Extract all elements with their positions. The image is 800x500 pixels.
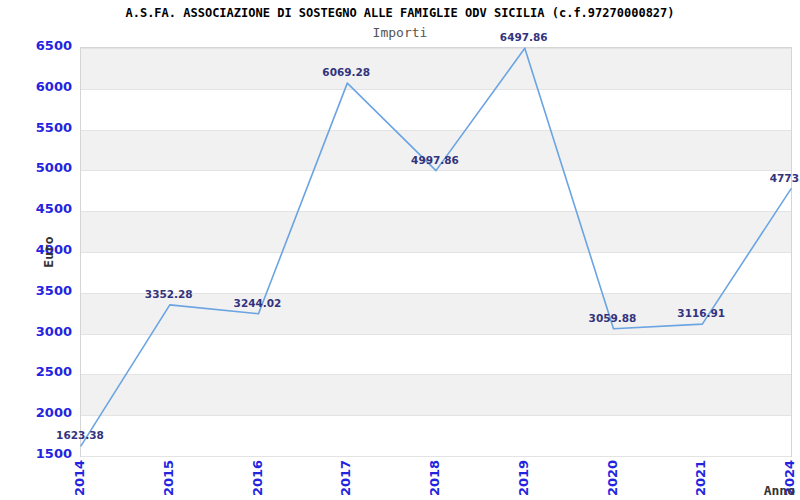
y-tick-label: 2000 [0, 405, 72, 420]
x-tick-label: 2014 [73, 458, 87, 498]
y-tick-label: 1500 [0, 446, 72, 461]
data-point-label: 6497.86 [484, 31, 564, 43]
y-tick-label: 5500 [0, 120, 72, 135]
x-axis-title: Anno [750, 483, 795, 498]
plot-area [80, 47, 792, 457]
y-tick-label: 3500 [0, 283, 72, 298]
y-tick-label: 6000 [0, 79, 72, 94]
y-tick-label: 3000 [0, 324, 72, 339]
chart-title: A.S.FA. ASSOCIAZIONE DI SOSTEGNO ALLE FA… [0, 6, 800, 20]
x-tick-label: 2016 [251, 458, 265, 498]
data-point-label: 3116.91 [661, 307, 741, 319]
data-point-label: 3352.28 [129, 288, 209, 300]
x-tick-label: 2020 [606, 458, 620, 498]
data-point-label: 1623.38 [40, 429, 120, 441]
data-point-label: 4773.1 [750, 172, 800, 184]
data-point-label: 3059.88 [573, 312, 653, 324]
gridline [81, 456, 791, 457]
y-tick-label: 2500 [0, 364, 72, 379]
data-point-label: 4997.86 [395, 154, 475, 166]
y-tick-label: 4500 [0, 201, 72, 216]
chart-subtitle: Importi [0, 25, 800, 40]
line-series-svg [81, 48, 791, 456]
x-tick-label: 2015 [162, 458, 176, 498]
x-tick-label: 2018 [428, 458, 442, 498]
y-tick-label: 4000 [0, 242, 72, 257]
x-tick-label: 2017 [339, 458, 353, 498]
data-point-label: 6069.28 [306, 66, 386, 78]
y-tick-label: 6500 [0, 38, 72, 53]
y-axis-title: Euro [42, 222, 56, 282]
data-point-label: 3244.02 [218, 297, 298, 309]
x-tick-label: 2019 [517, 458, 531, 498]
chart-canvas: A.S.FA. ASSOCIAZIONE DI SOSTEGNO ALLE FA… [0, 0, 800, 500]
y-tick-label: 5000 [0, 160, 72, 175]
x-tick-label: 2021 [694, 458, 708, 498]
series-line [81, 48, 791, 446]
